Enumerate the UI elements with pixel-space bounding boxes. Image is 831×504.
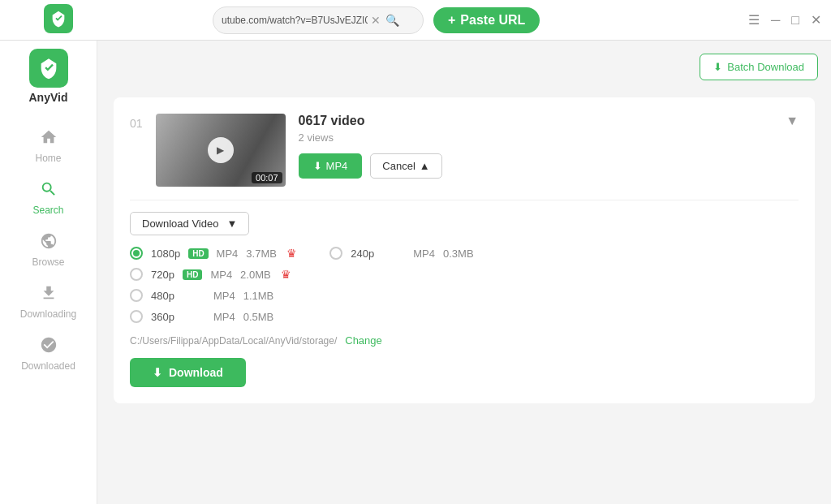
format-360p: MP4 xyxy=(213,311,235,323)
sidebar: AnyVid Home Search Browse Downloading xyxy=(0,41,97,504)
url-input[interactable] xyxy=(222,15,368,26)
content-area: ⬇ Batch Download 01 ▶ 00:07 0617 video 2… xyxy=(97,41,831,504)
titlebar: ✕ 🔍 + Paste URL ☰ ─ □ ✕ xyxy=(0,0,831,41)
home-icon xyxy=(40,128,58,149)
card-dropdown-icon[interactable]: ▼ xyxy=(786,114,799,128)
window-controls: ☰ ─ □ ✕ xyxy=(748,12,821,28)
size-480p: 1.1MB xyxy=(243,290,276,302)
size-240p: 0.3MB xyxy=(443,248,476,260)
quality-1080p-label: 1080p xyxy=(151,248,180,260)
cancel-label: Cancel xyxy=(382,160,415,172)
sidebar-item-browse[interactable]: Browse xyxy=(0,224,97,276)
paste-url-label: Paste URL xyxy=(460,13,525,28)
close-button[interactable]: ✕ xyxy=(811,12,821,28)
sidebar-item-home[interactable]: Home xyxy=(0,120,97,172)
mp4-download-icon: ⬇ xyxy=(313,160,322,172)
radio-1080p[interactable] xyxy=(130,247,143,260)
app-logo-icon xyxy=(44,4,73,33)
quality-240p-label: 240p xyxy=(351,248,374,260)
menu-button[interactable]: ☰ xyxy=(748,12,760,28)
cancel-chevron-icon: ▲ xyxy=(420,160,430,172)
change-storage-button[interactable]: Change xyxy=(345,334,382,347)
browse-icon xyxy=(40,232,58,253)
radio-240p[interactable] xyxy=(329,247,342,260)
maximize-button[interactable]: □ xyxy=(791,13,799,28)
url-search-icon[interactable]: 🔍 xyxy=(385,14,399,27)
quality-360p-label: 360p xyxy=(151,311,174,323)
size-720p: 2.0MB xyxy=(240,269,273,281)
quality-720p-label: 720p xyxy=(151,269,174,281)
duration-badge: 00:07 xyxy=(252,172,282,183)
url-bar[interactable]: ✕ 🔍 xyxy=(213,6,424,34)
video-title: 0617 video xyxy=(299,114,773,128)
video-info: 0617 video 2 views ⬇ MP4 Cancel ▲ xyxy=(299,114,773,179)
download-btn-label: Download xyxy=(169,366,223,379)
radio-480p[interactable] xyxy=(130,289,143,302)
downloading-icon xyxy=(40,284,58,305)
sidebar-item-downloaded[interactable]: Downloaded xyxy=(0,328,97,380)
paste-url-button[interactable]: + Paste URL xyxy=(433,7,540,33)
download-type-label: Download Video xyxy=(142,218,218,230)
hd-badge-720p: HD xyxy=(183,269,202,280)
browse-label: Browse xyxy=(32,256,64,268)
video-header: 01 ▶ 00:07 0617 video 2 views ⬇ MP4 xyxy=(130,114,799,187)
downloaded-icon xyxy=(40,336,58,357)
size-1080p: 3.7MB xyxy=(246,248,278,260)
download-button[interactable]: ⬇ Download xyxy=(130,358,246,387)
hd-badge-1080p: HD xyxy=(188,248,208,259)
video-views: 2 views xyxy=(299,131,773,144)
mp4-label: MP4 xyxy=(326,160,348,172)
premium-720p-icon: ♛ xyxy=(281,268,291,281)
home-label: Home xyxy=(35,153,61,164)
download-options: Download Video ▼ 1080p HD MP4 3.7MB xyxy=(130,200,799,387)
quality-row-480p: 480p MP4 1.1MB xyxy=(130,289,297,302)
quality-row-1080p: 1080p HD MP4 3.7MB ♛ xyxy=(130,247,297,260)
format-1080p: MP4 xyxy=(217,248,239,260)
quality-row-240p: 240p MP4 0.3MB xyxy=(329,247,476,260)
logo-area: AnyVid xyxy=(29,49,68,104)
radio-720p[interactable] xyxy=(130,268,143,281)
size-360p: 0.5MB xyxy=(243,311,276,323)
video-thumbnail[interactable]: ▶ 00:07 xyxy=(156,114,286,187)
batch-download-icon: ⬇ xyxy=(713,61,722,73)
storage-path: C:/Users/Filippa/AppData/Local/AnyVid/st… xyxy=(130,335,337,347)
url-clear-icon[interactable]: ✕ xyxy=(371,14,381,27)
search-icon xyxy=(40,180,58,201)
main-layout: AnyVid Home Search Browse Downloading xyxy=(0,41,831,504)
video-card: 01 ▶ 00:07 0617 video 2 views ⬇ MP4 xyxy=(114,97,815,403)
quality-480p-label: 480p xyxy=(151,290,174,302)
format-480p: MP4 xyxy=(213,290,235,302)
video-actions: ⬇ MP4 Cancel ▲ xyxy=(299,153,773,179)
dropdown-chevron-icon: ▼ xyxy=(226,218,237,230)
quality-row-720p: 720p HD MP4 2.0MB ♛ xyxy=(130,268,297,281)
play-button[interactable]: ▶ xyxy=(208,137,234,163)
format-720p: MP4 xyxy=(210,269,232,281)
batch-download-label: Batch Download xyxy=(727,61,804,73)
format-240p: MP4 xyxy=(413,248,435,260)
paste-plus-icon: + xyxy=(448,13,455,28)
video-index: 01 xyxy=(130,117,143,130)
batch-download-button[interactable]: ⬇ Batch Download xyxy=(700,54,818,80)
storage-row: C:/Users/Filippa/AppData/Local/AnyVid/st… xyxy=(130,334,799,347)
cancel-button[interactable]: Cancel ▲ xyxy=(370,153,441,179)
search-label: Search xyxy=(32,205,63,216)
sidebar-logo-icon xyxy=(29,49,68,88)
premium-1080p-icon: ♛ xyxy=(286,247,297,260)
download-btn-icon: ⬇ xyxy=(153,366,162,379)
minimize-button[interactable]: ─ xyxy=(771,13,780,28)
mp4-button[interactable]: ⬇ MP4 xyxy=(299,153,363,179)
download-type-dropdown[interactable]: Download Video ▼ xyxy=(130,212,249,235)
downloading-label: Downloading xyxy=(20,308,76,320)
sidebar-item-search[interactable]: Search xyxy=(0,172,97,224)
radio-360p[interactable] xyxy=(130,310,143,323)
quality-row-360p: 360p MP4 0.5MB xyxy=(130,310,297,323)
app-name: AnyVid xyxy=(29,91,68,104)
downloaded-label: Downloaded xyxy=(21,360,75,372)
sidebar-item-downloading[interactable]: Downloading xyxy=(0,276,97,328)
